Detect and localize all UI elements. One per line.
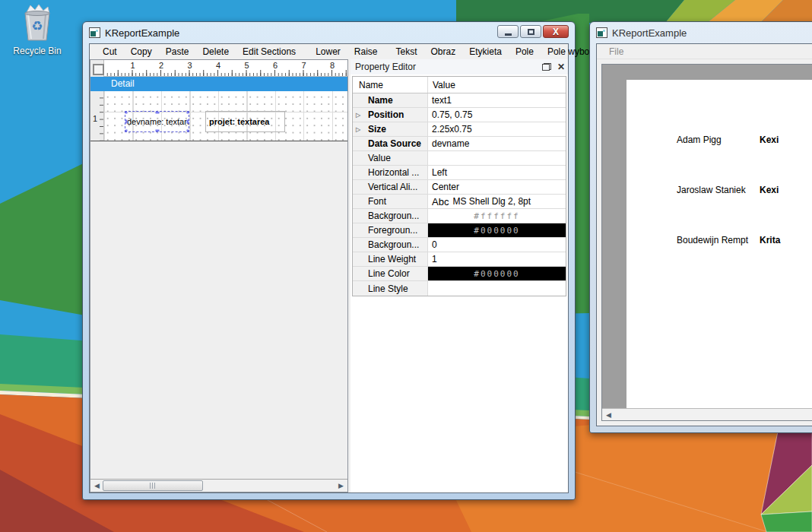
property-name-cell[interactable]: Line Weight [353,252,427,266]
property-row[interactable]: Line Weight1 [353,252,566,267]
selection-handle[interactable] [187,120,190,124]
detail-band-header[interactable]: Detail [90,77,347,91]
scroll-left-arrow[interactable]: ◀ [602,409,615,420]
selection-handle[interactable] [155,130,159,133]
property-value-cell[interactable]: #ffffff [427,209,566,223]
property-name-cell[interactable]: Value [353,151,427,165]
svg-text:♻: ♻ [31,18,43,33]
menu-item-file[interactable]: File [604,45,628,59]
toolbar-item-edit-sections[interactable]: Edit Sections [236,45,303,59]
float-dock-icon[interactable] [542,63,551,71]
maximize-button[interactable] [520,25,541,38]
preview-horizontal-scrollbar[interactable]: ◀ [602,408,812,420]
property-row[interactable]: Data Sourcedevname [353,137,566,151]
property-name-cell[interactable]: Line Style [353,281,427,296]
property-name: Line Color [368,268,410,279]
property-row[interactable]: Line Color#000000 [353,267,566,281]
property-row[interactable]: Nametext1 [353,93,566,108]
maximize-icon [528,29,534,35]
property-name-cell[interactable]: Backgroun... [353,209,427,223]
property-row[interactable]: ▷Position0.75, 0.75 [353,108,566,122]
property-name: Line Weight [368,254,416,264]
expander-icon[interactable]: ▷ [356,112,360,119]
property-value-cell[interactable]: text1 [427,93,566,107]
property-name-cell[interactable]: Backgroun... [353,238,427,252]
property-name-cell[interactable]: Horizontal ... [353,166,427,179]
design-grid[interactable]: devname: textareaprojet: textarea [104,91,347,141]
property-value-cell[interactable]: 1 [427,252,566,266]
toolbar-item-paste[interactable]: Paste [159,45,196,59]
toolbar-item-raise[interactable]: Raise [347,45,385,59]
property-value-cell[interactable]: AbcMS Shell Dlg 2, 8pt [427,195,566,208]
property-name-cell[interactable]: ▷Position [353,108,427,122]
toolbar-item-pole[interactable]: Pole [509,45,541,59]
dock-close-icon[interactable]: ✕ [557,62,565,71]
property-name-cell[interactable]: Data Source [353,137,427,150]
selection-handle[interactable] [125,130,128,133]
report-element-2[interactable]: projet: textarea [205,111,285,132]
toolbar-item-etykieta[interactable]: Etykieta [462,45,509,59]
ruler-number: 3 [188,61,192,70]
property-name-cell[interactable]: Foregroun... [353,223,427,237]
designer-horizontal-scrollbar[interactable]: ◀ ▶ [90,479,347,492]
scroll-left-arrow[interactable]: ◀ [90,480,103,492]
selection-handle[interactable] [155,111,159,114]
property-row[interactable]: Value [353,151,566,166]
property-name-cell[interactable]: Name [353,93,427,107]
selection-handle[interactable] [187,130,190,133]
property-row[interactable]: FontAbcMS Shell Dlg 2, 8pt [353,195,566,209]
property-value-cell[interactable]: Left [427,166,566,179]
toolbar-item-delete[interactable]: Delete [195,45,236,59]
property-value: #000000 [474,226,519,236]
property-row[interactable]: Horizontal ...Left [353,166,566,180]
ruler-corner-button[interactable] [90,60,104,77]
property-name-cell[interactable]: ▷Size [353,122,427,136]
property-name-cell[interactable]: Vertical Ali... [353,180,427,194]
designer-client-area: CutCopyPasteDeleteEdit SectionsLowerRais… [89,43,569,493]
property-value-cell[interactable]: devname [427,137,566,150]
property-name-cell[interactable]: Font [353,195,427,208]
property-value-cell[interactable]: 0.75, 0.75 [427,108,566,122]
selection-handle[interactable] [187,111,190,114]
property-row[interactable]: Vertical Ali...Center [353,180,566,195]
property-value-cell[interactable]: 0 [427,238,566,252]
scroll-thumb[interactable] [103,480,203,491]
toolbar-item-obraz[interactable]: Obraz [424,45,463,59]
property-value-cell[interactable]: Center [427,180,566,194]
toolbar-item-lower[interactable]: Lower [309,45,347,59]
property-value-cell[interactable] [427,151,566,165]
designer-titlebar[interactable]: KReportExample X [83,22,575,43]
property-name: Position [368,109,404,120]
scroll-right-arrow[interactable]: ▶ [335,480,347,492]
property-value-cell[interactable]: #000000 [427,223,566,237]
property-name-cell[interactable]: Line Color [353,267,427,280]
property-table: Name Value Nametext1▷Position0.75, 0.75▷… [352,76,566,296]
property-row[interactable]: Backgroun...#ffffff [353,209,566,223]
property-value-cell[interactable] [427,281,566,296]
toolbar-item-tekst[interactable]: Tekst [389,45,424,59]
report-element-1[interactable]: devname: textarea [125,111,189,132]
property-editor-panel: Property Editor ✕ Name Value Nametext1▷P… [350,59,568,492]
design-empty-area [90,141,347,479]
report-row-name: Boudewijn Rempt [677,235,748,245]
property-value-cell[interactable]: #000000 [427,267,566,280]
property-value-cell[interactable]: 2.25x0.75 [427,122,566,136]
minimize-button[interactable] [497,25,519,38]
property-row[interactable]: Backgroun...0 [353,238,566,252]
report-row-project: Kexi [760,135,779,145]
recycle-bin[interactable]: ♻ Recycle Bin [8,3,67,56]
property-row[interactable]: Foregroun...#000000 [353,223,566,238]
toolbar-item-copy[interactable]: Copy [124,45,159,59]
property-value: devname [432,138,469,149]
property-row[interactable]: ▷Size2.25x0.75 [353,122,566,137]
close-button[interactable]: X [543,25,569,38]
selection-handle[interactable] [125,111,128,114]
preview-viewport: Adam PiggKexiJaroslaw StaniekKexiBoudewi… [602,65,812,408]
preview-titlebar[interactable]: KReportExample [590,22,812,43]
property-rows: Nametext1▷Position0.75, 0.75▷Size2.25x0.… [353,93,566,296]
selection-handle[interactable] [125,120,128,124]
toolbar-item-cut[interactable]: Cut [96,45,124,59]
column-header-name: Name [353,80,427,90]
property-row[interactable]: Line Style [353,281,566,296]
expander-icon[interactable]: ▷ [356,126,360,133]
